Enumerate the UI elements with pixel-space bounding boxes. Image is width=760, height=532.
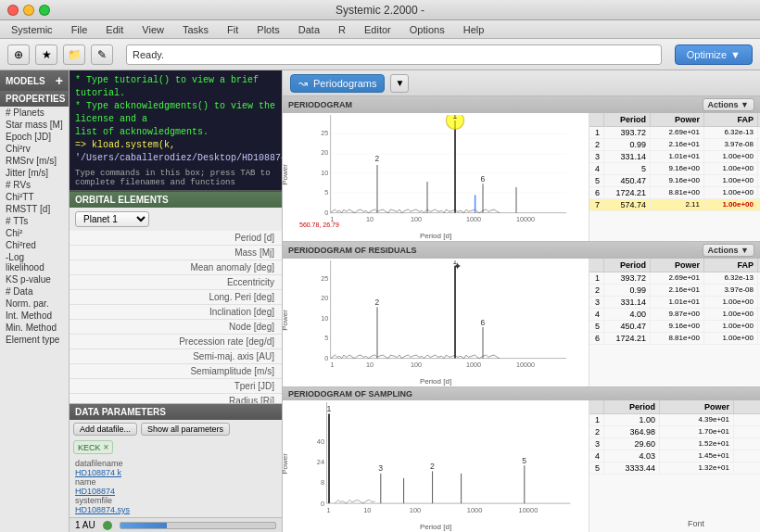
property-item: Int. Method — [0, 310, 69, 322]
pg-table-2: Period Power FAP 1393.722.69e+016.32e-13… — [589, 259, 760, 386]
table-row: 459.16e+001.00e+00 — [589, 163, 760, 175]
svg-text:✦: ✦ — [453, 260, 462, 272]
minimize-button[interactable] — [23, 5, 34, 16]
table-row: 5450.479.16e+001.00e+00 — [589, 321, 760, 333]
models-header: MODELS + — [0, 70, 69, 91]
pg-content-1: Power 0 5 — [283, 113, 760, 241]
orbital-param-label: Precession rate [deg/d] — [179, 336, 274, 347]
toolbar-icon-1[interactable]: ⊕ — [7, 44, 30, 65]
show-all-params-button[interactable]: Show all parameters — [141, 423, 230, 436]
add-datafile-button[interactable]: Add datafile... — [73, 423, 137, 436]
menubar-item-r[interactable]: R — [335, 23, 349, 36]
menubar-item-options[interactable]: Options — [406, 23, 449, 36]
property-item: -Log likelihood — [0, 251, 69, 273]
property-item: Chi² — [0, 227, 69, 239]
svg-text:100: 100 — [411, 215, 422, 223]
svg-text:5: 5 — [324, 334, 328, 342]
folder-icon[interactable]: 📁 — [63, 44, 85, 65]
orbital-param-row: Mass [Mj] — [70, 246, 282, 260]
menubar-item-data[interactable]: Data — [295, 23, 323, 36]
orbital-param-label: Inclination [deg] — [209, 307, 274, 317]
pg-table-header-1: Period Power FAP — [589, 113, 760, 127]
star-icon[interactable]: ★ — [35, 44, 57, 65]
y-label-2: Power — [283, 310, 289, 331]
status-text: Ready. — [126, 44, 662, 65]
svg-text:6: 6 — [481, 174, 486, 184]
menubar-item-edit[interactable]: Edit — [102, 23, 127, 36]
window-controls[interactable] — [7, 5, 50, 16]
menubar-item-file[interactable]: File — [68, 23, 92, 36]
svg-text:2: 2 — [375, 154, 380, 163]
svg-text:10000: 10000 — [516, 361, 535, 369]
console-line: * Type tutorial() to view a brief tutori… — [75, 74, 276, 100]
table-row: 329.601.52e+01 — [589, 438, 760, 450]
table-row: 20.992.16e+013.97e-08 — [589, 285, 760, 297]
actions-button-1[interactable]: Actions ▼ — [703, 98, 754, 111]
font-label: Font — [688, 519, 704, 528]
pg-table-header-2: Period Power FAP — [589, 259, 760, 272]
orbital-param-label: Semiamplitude [m/s] — [190, 366, 274, 376]
titlebar: Systemic 2.2000 - — [0, 0, 760, 20]
console-area[interactable]: * Type tutorial() to view a brief tutori… — [70, 70, 282, 191]
svg-text:10: 10 — [366, 361, 374, 369]
table-row: 44.031.45e+01 — [589, 450, 760, 462]
menubar-item-view[interactable]: View — [138, 23, 168, 36]
chart-svg-3: 0 8 24 40 — [299, 402, 589, 517]
menubar-item-fit[interactable]: Fit — [223, 23, 242, 36]
menubar-items: SystemicFileEditViewTasksFitPlotsDataREd… — [7, 23, 488, 36]
menubar-item-help[interactable]: Help — [460, 23, 488, 36]
property-item: Norm. par. — [0, 298, 69, 310]
menubar-item-tasks[interactable]: Tasks — [179, 23, 212, 36]
table-row: 1393.722.69e+016.32e-13 — [589, 272, 760, 285]
close-button[interactable] — [7, 5, 19, 16]
right-panel: ↝ Periodograms ▼ PERIODOGRAM Actions ▼ P… — [283, 70, 760, 532]
name-link[interactable]: HD108874 — [75, 487, 276, 496]
optimize-button[interactable]: Optimize ▼ — [675, 44, 753, 65]
property-item: Element type — [0, 334, 69, 346]
svg-text:1: 1 — [327, 404, 332, 413]
edit-icon[interactable]: ✎ — [91, 44, 113, 65]
property-item: # RVs — [0, 179, 69, 191]
progress-bar — [120, 522, 276, 529]
actions-button-2[interactable]: Actions ▼ — [703, 244, 754, 257]
orbital-param-row: Period [d] — [70, 231, 282, 246]
svg-text:25: 25 — [321, 129, 328, 137]
console-hint: Type commands in this box; press TAB to … — [75, 169, 276, 187]
property-item: # Planets — [0, 107, 69, 119]
maximize-button[interactable] — [39, 5, 50, 16]
periodogram-select[interactable]: ↝ Periodograms — [290, 74, 385, 93]
orbital-param-row: Inclination [deg] — [70, 305, 282, 320]
table-row: 11.004.39e+01 — [589, 414, 760, 426]
pg-content-3: Power 0 8 24 40 — [283, 400, 760, 532]
property-item: RMSrv [m/s] — [0, 155, 69, 167]
orbital-param-label: Eccentricity — [227, 277, 274, 287]
datafilename-link[interactable]: HD108874 k — [75, 468, 276, 477]
main-layout: MODELS + PROPERTIES # PlanetsStar mass [… — [0, 70, 760, 532]
periodogram-dropdown[interactable]: ▼ — [390, 74, 409, 93]
menubar-item-systemic[interactable]: Systemic — [7, 23, 57, 36]
orbital-param-label: Long. Peri [deg] — [209, 292, 274, 302]
orbital-param-label: Radius [Rj] — [229, 396, 274, 403]
svg-text:100: 100 — [411, 361, 422, 369]
systemfile-link[interactable]: HD108874.sys — [75, 505, 276, 514]
pg-table-1: Period Power FAP 1393.722.69e+016.32e-13… — [589, 113, 760, 241]
pg-table-rows-1: 1393.722.69e+016.32e-1320.992.16e+013.97… — [589, 127, 760, 211]
property-item: # TTs — [0, 215, 69, 227]
pg-table-header-3: Period Power — [589, 400, 760, 414]
data-params-toolbar: Add datafile... Show all parameters — [70, 420, 282, 438]
menubar-item-plots[interactable]: Plots — [253, 23, 283, 36]
menubar-item-editor[interactable]: Editor — [361, 23, 395, 36]
planet-select[interactable]: Planet 1 — [75, 211, 149, 227]
status-circle — [103, 521, 112, 530]
table-row: 3331.141.01e+011.00e+00 — [589, 151, 760, 163]
orbital-param-label: Node [deg] — [229, 322, 274, 332]
property-item: KS p-value — [0, 273, 69, 285]
property-item: Min. Method — [0, 322, 69, 334]
keck-tag[interactable]: KECK × — [73, 440, 113, 454]
keck-close-icon[interactable]: × — [104, 442, 109, 452]
bottom-section: DATA PARAMETERS Add datafile... Show all… — [70, 403, 282, 517]
properties-header: PROPERTIES — [0, 91, 69, 107]
y-label-1: Power — [283, 164, 289, 185]
orbital-params: Period [d]Mass [Mj]Mean anomaly [deg]Ecc… — [70, 231, 282, 403]
orbital-param-row: Semiamplitude [m/s] — [70, 364, 282, 379]
